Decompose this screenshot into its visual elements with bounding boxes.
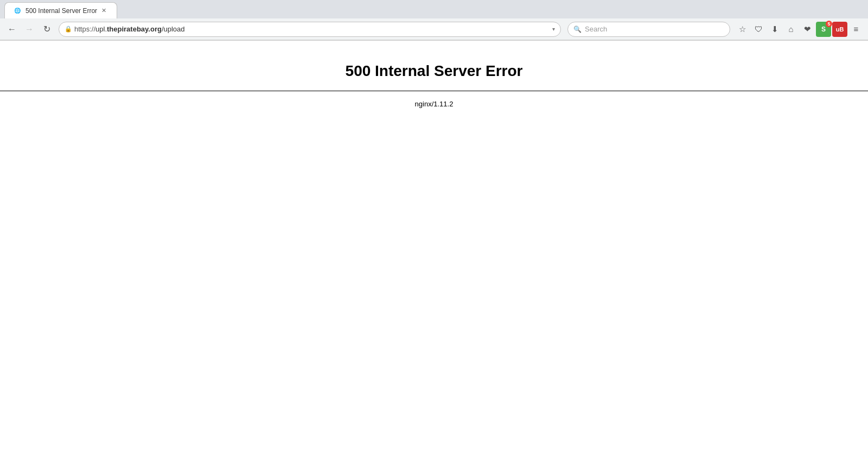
- download-icon: ⬇: [771, 24, 778, 34]
- download-button[interactable]: ⬇: [767, 22, 782, 37]
- active-tab[interactable]: 🌐 500 Internal Server Error ✕: [4, 2, 117, 18]
- divider: [0, 91, 868, 91]
- pocket-button[interactable]: ❤: [800, 22, 815, 37]
- address-text: https://upl.thepiratebay.org/upload: [74, 25, 550, 33]
- error-container: 500 Internal Server Error nginx/1.11.2: [0, 62, 868, 108]
- page-content: 500 Internal Server Error nginx/1.11.2: [0, 41, 868, 450]
- bookmark-button[interactable]: ☆: [735, 22, 750, 37]
- address-bar[interactable]: 🔒 https://upl.thepiratebay.org/upload ▾: [59, 22, 561, 37]
- reload-icon: ↻: [43, 24, 50, 34]
- reload-button[interactable]: ↻: [39, 22, 54, 37]
- tab-bar: 🌐 500 Internal Server Error ✕: [0, 0, 868, 18]
- home-icon: ⌂: [788, 24, 793, 34]
- tab-favicon: 🌐: [14, 7, 21, 15]
- back-icon: ←: [8, 24, 16, 34]
- url-protocol: https://: [74, 25, 95, 33]
- search-placeholder: Search: [585, 25, 607, 33]
- toolbar-right: ☆ 🛡 ⬇ ⌂ ❤ S 5 uB ≡: [735, 22, 864, 37]
- nav-bar: ← → ↻ 🔒 https://upl.thepiratebay.org/upl…: [0, 18, 868, 40]
- error-title: 500 Internal Server Error: [0, 62, 868, 80]
- sessions-extension-button[interactable]: S 5: [816, 22, 831, 37]
- forward-button[interactable]: →: [22, 22, 37, 37]
- shield-icon: 🛡: [755, 24, 763, 34]
- forward-icon: →: [25, 24, 34, 34]
- tab-close-button[interactable]: ✕: [99, 7, 108, 15]
- shield-button[interactable]: 🛡: [751, 22, 766, 37]
- search-icon: 🔍: [573, 26, 582, 33]
- browser-chrome: 🌐 500 Internal Server Error ✕ ← → ↻ 🔒 ht…: [0, 0, 868, 41]
- sessions-badge: 5: [826, 21, 832, 27]
- pocket-icon: ❤: [804, 24, 811, 34]
- ublock-extension-button[interactable]: uB: [832, 22, 847, 37]
- back-button[interactable]: ←: [4, 22, 20, 37]
- tab-title: 500 Internal Server Error: [25, 7, 97, 15]
- server-info: nginx/1.11.2: [0, 100, 868, 108]
- ublock-label: uB: [836, 26, 844, 33]
- search-bar[interactable]: 🔍 Search: [567, 22, 730, 37]
- address-dropdown-icon[interactable]: ▾: [552, 26, 555, 32]
- url-host: upl.thepiratebay.org/upload: [95, 25, 185, 33]
- lock-icon: 🔒: [65, 26, 72, 33]
- home-button[interactable]: ⌂: [783, 22, 799, 37]
- menu-button[interactable]: ≡: [848, 22, 864, 37]
- menu-icon: ≡: [854, 24, 859, 34]
- bookmark-icon: ☆: [739, 24, 746, 34]
